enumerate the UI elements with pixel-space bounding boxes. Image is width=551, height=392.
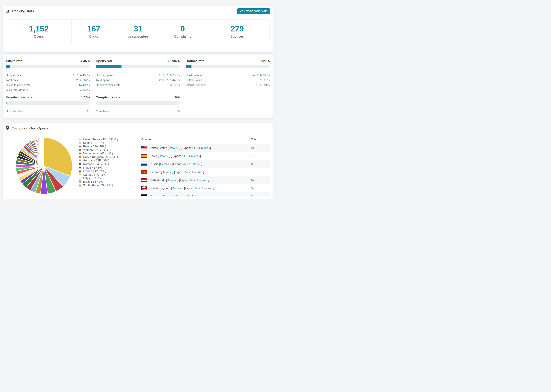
rate-panel-header: Bounce rate6.927%	[186, 59, 270, 63]
total-value: 121	[251, 154, 256, 158]
legend-swatch	[79, 142, 81, 144]
country-cell: Netherlands [Details ›] [Export: All › /…	[141, 176, 250, 184]
stat-value: 1,152	[29, 24, 49, 33]
geo-opens-title: Campaign Geo Opens	[12, 126, 48, 130]
rate-value: 4.46%	[80, 59, 90, 63]
export-all-link[interactable]: All ›	[195, 187, 200, 190]
legend-item-india: India ( 46 / 3% )	[79, 166, 123, 169]
legend-item-romania: Romania ( 49 / 3% )	[79, 162, 123, 166]
geo-table-row-vn: Vietnam [Details ›] [Export: All › / Uni…	[141, 168, 270, 176]
country-cell: Spain [Details ›] [Export: All › / Uniqu…	[141, 152, 250, 160]
stat-box-opens: 1,152Opens	[6, 20, 71, 43]
stat-value: 167	[87, 24, 100, 33]
rate-detail-label: Total clicks	[6, 78, 20, 82]
total-value: 86	[251, 162, 254, 166]
stat-value: 31	[134, 24, 142, 33]
rate-detail-label: Complaints	[96, 109, 110, 113]
bracket: ]	[171, 162, 172, 166]
rate-detail-value: 689.82%	[169, 83, 180, 87]
rate-panel-header: Opens rate30.736%	[96, 59, 179, 63]
legend-swatch	[79, 163, 81, 165]
dotted-leader	[21, 81, 73, 81]
details-link[interactable]: Details ›	[162, 170, 172, 174]
details-link[interactable]: Details ›	[160, 162, 171, 166]
rate-detail-value: 220 / 5.87%	[75, 78, 90, 82]
country-total: 121	[250, 152, 270, 160]
bar-chart-icon	[6, 9, 9, 13]
separator: /	[191, 195, 194, 196]
legend-item-france: France ( 42 / 2% )	[79, 169, 123, 173]
vn-flag-icon	[141, 170, 147, 174]
dotted-leader	[111, 81, 158, 81]
export-unique-link[interactable]: Unique ›	[194, 195, 205, 196]
bracket: ]	[200, 154, 201, 158]
export-all-link[interactable]: All ›	[183, 162, 188, 166]
legend-swatch	[79, 153, 81, 155]
legend-label: United Kingdom ( 59 / 3% )	[83, 155, 118, 159]
stat-label: Opens	[34, 35, 44, 38]
rate-detail-label: Opens to clicks rate	[96, 83, 120, 87]
export-prefix: [Export:	[181, 147, 191, 150]
details-link[interactable]: Details ›	[163, 195, 174, 196]
export-all-link[interactable]: All ›	[192, 147, 197, 150]
country-cell-content: Spain [Details ›] [Export: All › / Uniqu…	[141, 154, 250, 158]
rate-detail-row: Hard bounces242 / 86.738%	[186, 72, 270, 77]
rate-panel-header: Unsubscribe rate0.77%	[6, 95, 90, 99]
rate-progress-bar	[96, 101, 179, 105]
rate-panel-bounce-rate: Bounce rate6.927%Hard bounces242 / 86.73…	[183, 55, 273, 91]
country-links: United States [Details ›] [Export: All ›…	[149, 147, 211, 150]
separator: /	[188, 162, 191, 166]
legend-label: Italy ( 36 / 2% )	[83, 176, 103, 180]
export-basic-stats-button[interactable]: Export basic stats	[237, 8, 270, 14]
country-cell: Germany [Details ›] [Export: All › / Uni…	[141, 192, 250, 196]
gb-flag-icon	[141, 186, 147, 190]
export-icon	[240, 9, 243, 13]
legend-swatch	[79, 181, 81, 183]
export-all-link[interactable]: All ›	[190, 179, 195, 182]
geo-opens-body: United States ( 541 / 31% )Spain ( 121 /…	[3, 134, 273, 196]
rate-title: Opens rate	[96, 59, 113, 63]
legend-item-netherlands: Netherlands ( 67 / 4% )	[79, 152, 123, 155]
rate-detail-row: Unique opens1,152 / 30.736%	[96, 72, 179, 77]
rate-progress-fill	[96, 65, 121, 68]
bracket: ]	[208, 179, 209, 182]
export-prefix: [Export:	[174, 170, 185, 174]
rate-detail-row: Opens to clicks rate689.82%	[96, 82, 179, 87]
rate-detail-value: 2,303 / 61.446%	[159, 78, 179, 82]
rate-panel-complaints-rate: Complaints rate0%Complaints0	[93, 91, 183, 118]
rate-panel-opens-rate: Opens rate30.736%Unique opens1,152 / 30.…	[93, 55, 183, 91]
country-total: 541	[250, 144, 270, 152]
rate-detail-rows: Unique clicks167 / 4.456%Total clicks220…	[6, 72, 90, 92]
details-link[interactable]: Details ›	[172, 187, 182, 190]
country-total: 86	[250, 160, 270, 168]
dotted-leader	[24, 76, 71, 76]
separator: /	[197, 147, 199, 150]
stat-value: 279	[231, 24, 244, 33]
country-links: Russia [Details ›] [Export: All › / Uniq…	[149, 162, 202, 166]
export-unique-link[interactable]: Unique ›	[189, 154, 200, 158]
details-link[interactable]: Details ›	[159, 154, 169, 158]
export-all-link[interactable]: All ›	[182, 154, 186, 158]
export-all-link[interactable]: All ›	[186, 195, 191, 196]
geo-table: Country Total United States [Details ›] …	[141, 135, 270, 196]
export-unique-link[interactable]: Unique ›	[192, 170, 203, 174]
campaign-geo-opens-card: Campaign Geo Opens United States ( 541 /…	[3, 123, 273, 199]
details-link[interactable]: Details ›	[167, 179, 177, 182]
country-links: Spain [Details ›] [Export: All › / Uniqu…	[149, 154, 201, 158]
export-unique-link[interactable]: Unique ›	[202, 187, 213, 190]
country-name: Spain	[149, 154, 158, 158]
export-unique-link[interactable]: Unique ›	[197, 179, 208, 182]
export-unique-link[interactable]: Unique ›	[191, 162, 201, 166]
export-unique-link[interactable]: Unique ›	[199, 147, 210, 150]
export-prefix: [Export:	[175, 195, 186, 196]
legend-label: Spain ( 121 / 7% )	[83, 141, 106, 145]
details-link[interactable]: Details ›	[169, 147, 179, 150]
bracket: ]	[203, 170, 204, 174]
bracket: ]	[183, 187, 184, 190]
legend-item-united-states: United States ( 541 / 31% )	[79, 138, 123, 141]
bracket: ]	[179, 147, 181, 150]
tracking-stats-title: Tracking stats	[6, 9, 34, 13]
legend-label: Netherlands ( 67 / 4% )	[83, 152, 113, 155]
export-all-link[interactable]: All ›	[185, 170, 190, 174]
country-name: Netherlands	[149, 179, 166, 182]
